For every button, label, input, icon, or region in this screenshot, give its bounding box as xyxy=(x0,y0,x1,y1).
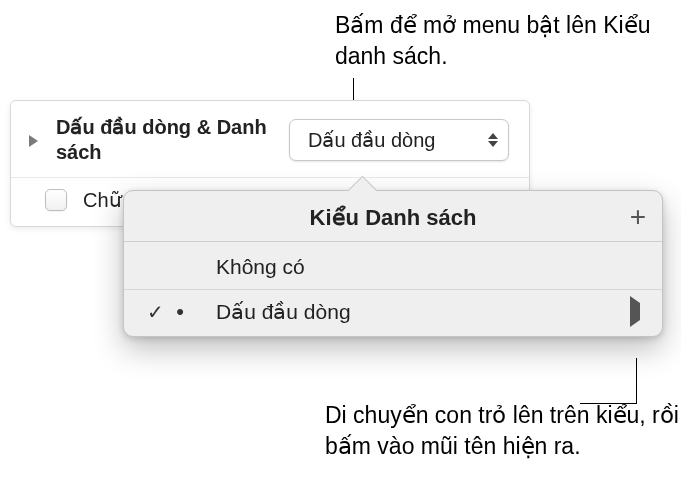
popover-list: Không có ✓ • Dấu đầu dòng xyxy=(124,242,662,336)
text-checkbox[interactable] xyxy=(45,189,67,211)
style-row-bullet[interactable]: ✓ • Dấu đầu dòng xyxy=(124,289,662,333)
style-row-none[interactable]: Không có xyxy=(124,245,662,289)
bullet-glyph-icon: • xyxy=(168,299,192,325)
section-label: Dấu đầu dòng & Danh sách xyxy=(56,115,289,165)
checkmark-icon: ✓ xyxy=(142,300,168,324)
add-style-button[interactable]: + xyxy=(630,203,646,231)
disclosure-triangle-icon[interactable] xyxy=(29,135,38,147)
chevron-right-icon[interactable] xyxy=(630,303,640,321)
callout-leader-bottom-v xyxy=(636,358,637,403)
popover-title: Kiểu Danh sách xyxy=(124,205,662,231)
list-style-dropdown[interactable]: Dấu đầu dòng xyxy=(289,119,509,161)
callout-bottom: Di chuyển con trỏ lên trên kiểu, rồi bấm… xyxy=(325,400,681,462)
chevron-updown-icon xyxy=(488,133,498,147)
callout-top: Bấm để mở menu bật lên Kiểu danh sách. xyxy=(335,10,681,72)
checkbox-label: Chữ xyxy=(83,188,122,212)
bullets-lists-row: Dấu đầu dòng & Danh sách Dấu đầu dòng xyxy=(11,101,529,177)
style-label: Dấu đầu dòng xyxy=(216,300,351,324)
style-label: Không có xyxy=(216,255,305,279)
list-style-popover: Kiểu Danh sách + Không có ✓ • Dấu đầu dò… xyxy=(123,190,663,337)
dropdown-value: Dấu đầu dòng xyxy=(308,128,435,152)
